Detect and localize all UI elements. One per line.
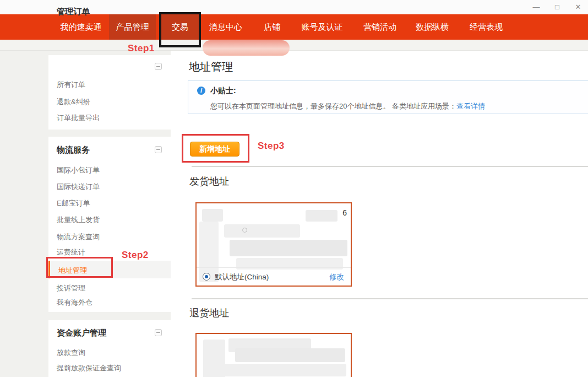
- redacted-text: [230, 240, 347, 256]
- tip-title: 小贴士:: [210, 86, 236, 96]
- redaction-smear: [320, 197, 353, 213]
- address-card-footer: 默认地址(China) 修改: [197, 267, 351, 286]
- redacted-text: [235, 348, 345, 362]
- page-title: 地址管理: [189, 60, 233, 74]
- return-address-title: 退货地址: [189, 306, 229, 320]
- sidebar-item-complaint-management[interactable]: 投诉管理: [57, 283, 85, 293]
- collapse-icon[interactable]: [155, 63, 162, 70]
- minimize-icon[interactable]: —: [532, 0, 541, 14]
- shipping-address-title: 发货地址: [189, 175, 229, 188]
- collapse-icon[interactable]: [155, 146, 162, 153]
- edit-address-link[interactable]: 修改: [329, 272, 344, 282]
- tip-body-text: 您可以在本页面管理地址信息，最多保存20个地址信息。 各类地址应用场景：: [210, 102, 456, 110]
- divider: [192, 298, 588, 299]
- close-icon[interactable]: ✕: [574, 0, 582, 14]
- step1-label: Step1: [128, 43, 155, 54]
- sidebar-item-epacket-orders[interactable]: E邮宝订单: [57, 198, 90, 208]
- nav-item-my-aliexpress[interactable]: 我的速卖通: [59, 14, 102, 40]
- sidebar-item-batch-online-shipping[interactable]: 批量线上发货: [57, 215, 100, 225]
- step1-highlight-box: [159, 12, 201, 47]
- redacted-text: [219, 364, 346, 376]
- sidebar-item-loan-query[interactable]: 放款查询: [57, 348, 85, 358]
- sidebar-header-funds: 资金账户管理: [57, 328, 106, 338]
- info-icon: i: [197, 87, 205, 95]
- sidebar-item-batch-export[interactable]: 订单批量导出: [57, 113, 100, 123]
- sidebar-header-logistics: 物流服务: [57, 145, 90, 155]
- sidebar-item-all-orders[interactable]: 所有订单: [57, 80, 85, 90]
- maximize-icon[interactable]: □: [553, 0, 562, 14]
- sidebar-item-freight-statistics[interactable]: 运费统计: [57, 247, 85, 257]
- sidebar-item-intl-express-orders[interactable]: 国际快递订单: [57, 182, 100, 192]
- redaction-smear: [187, 236, 199, 287]
- window-controls: — □ ✕: [532, 0, 582, 14]
- tip-box: i 小贴士: 您可以在本页面管理地址信息，最多保存20个地址信息。 各类地址应用…: [188, 80, 588, 114]
- step3-label: Step3: [258, 141, 285, 152]
- sub-nav-strip: [0, 40, 588, 51]
- top-navbar: 我的速卖通 产品管理 交易 消息中心 店铺 账号及认证 营销活动 数据纵横 经营…: [0, 14, 588, 40]
- step3-highlight-box: [182, 134, 249, 163]
- sidebar-header-orders: 管理订单: [57, 7, 90, 17]
- nav-item-store[interactable]: 店铺: [263, 14, 281, 40]
- default-address-label: 默认地址(China): [215, 272, 269, 282]
- view-details-link[interactable]: 查看详情: [456, 102, 485, 110]
- sidebar-section-orders: 管理订单 所有订单 退款&纠纷 订单批量导出: [48, 55, 171, 130]
- nav-item-data-insight[interactable]: 数据纵横: [415, 14, 449, 40]
- nav-item-performance[interactable]: 经营表现: [469, 14, 503, 40]
- sidebar-item-overseas-warehouse[interactable]: 我有海外仓: [57, 298, 92, 308]
- sidebar-section-logistics: 物流服务 国际小包订单 国际快递订单 E邮宝订单 批量线上发货 物流方案查询 运…: [48, 137, 171, 312]
- collapse-icon[interactable]: [155, 329, 162, 336]
- redaction-smear: [197, 330, 242, 354]
- sidebar-item-refund-dispute[interactable]: 退款&纠纷: [57, 97, 90, 107]
- nav-item-marketing[interactable]: 营销活动: [363, 14, 397, 40]
- redacted-breadcrumb: [203, 40, 290, 56]
- redacted-mark: [242, 228, 247, 233]
- sidebar-item-intl-packet-orders[interactable]: 国际小包订单: [57, 165, 100, 175]
- redacted-text: [224, 224, 300, 238]
- tip-body: 您可以在本页面管理地址信息，最多保存20个地址信息。 各类地址应用场景：查看详情: [210, 101, 485, 111]
- sidebar-item-advance-loan-deposit-query[interactable]: 提前放款保证金查询: [57, 363, 121, 373]
- step2-label: Step2: [122, 250, 149, 261]
- redaction-smear: [185, 198, 206, 239]
- default-address-radio[interactable]: [203, 273, 210, 281]
- nav-item-product-management[interactable]: 产品管理: [109, 14, 156, 40]
- shipping-address-card: 6 默认地址(China) 修改: [195, 202, 352, 287]
- sidebar-item-logistics-solution-query[interactable]: 物流方案查询: [57, 232, 100, 242]
- nav-item-message-center[interactable]: 消息中心: [208, 14, 244, 40]
- divider: [192, 166, 588, 167]
- step2-highlight-box: [46, 257, 113, 278]
- sidebar-section-funds: 资金账户管理 放款查询 提前放款保证金查询: [48, 320, 171, 377]
- nav-item-account-auth[interactable]: 账号及认证: [301, 14, 344, 40]
